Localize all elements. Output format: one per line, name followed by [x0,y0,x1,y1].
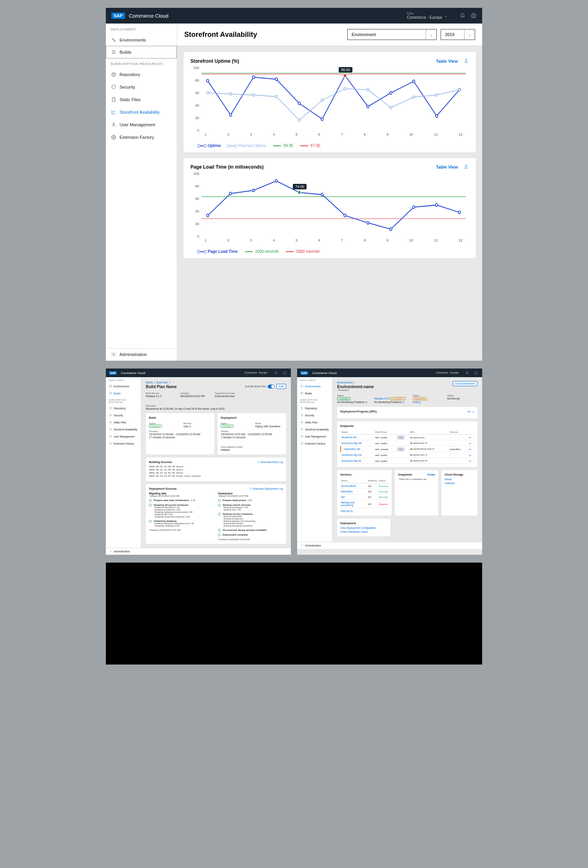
cloud-link[interactable]: Media [445,478,474,481]
svg-point-4 [113,123,115,125]
sidebar-item-storefront-availability[interactable]: Storefront Availability [106,106,177,118]
svg-rect-25 [298,119,300,122]
deploy-link[interactable]: View Deployment Configuration [340,527,387,529]
bell-icon[interactable] [464,370,470,376]
uptime-chart: 100806040200 95.00 123456789101112 [191,66,469,140]
sidebar-item[interactable]: Builds [297,390,332,397]
download-build-log-link[interactable]: ⇩ Download Build Log [257,461,283,464]
deploy-link[interactable]: Clean Distributed Cache [340,530,387,533]
tenant-selector[interactable]: Commerce - Europe [436,371,459,374]
sidebar-item-environments[interactable]: Environments [106,34,177,46]
table-row[interactable]: Storefront http DEset1: publicde.acme.co… [341,452,474,458]
download-icon[interactable] [463,163,469,170]
svg-point-58 [110,551,111,552]
sidebar-item[interactable]: Environments [106,383,141,390]
activate-label: Activate Build Plan [245,385,266,388]
svg-rect-27 [344,87,346,90]
sidebar-item-repository[interactable]: Repository [106,68,177,81]
download-icon[interactable] [463,58,469,64]
svg-point-36 [207,214,209,217]
tenant-chevron-icon[interactable]: ⌄ [445,14,448,18]
sidebar-item[interactable]: Builds [106,390,141,397]
user-icon[interactable] [281,370,288,376]
sidebar-item[interactable]: Security [297,412,332,419]
view-all-link[interactable]: View all (6) [340,510,388,512]
sidebar-item[interactable]: Security [106,412,141,419]
tenant-selector[interactable]: Nike Commerce - Europe [407,12,442,20]
table-row[interactable]: Storefront DEset1: publicSSLde.acme.com … [341,435,474,440]
sidebar-item-static-files[interactable]: Static Files [106,93,177,106]
deployment-links-card: Deployment View Deployment Configuration… [337,519,390,536]
table-row[interactable]: Background processing0/3Stopped [340,500,388,508]
activate-toggle[interactable] [268,385,275,389]
sidebar-item[interactable]: Repository [106,405,141,412]
tenant-selector[interactable]: Commerce - Europe [244,371,267,374]
sidebar-item[interactable]: Static Files [106,419,141,426]
svg-point-16 [367,105,369,108]
sidebar-item[interactable]: Storefront Availability [106,426,141,433]
sidebar-item[interactable]: Repository [297,405,332,412]
chevron-down-icon[interactable]: ⌄ [426,33,436,37]
chart-title: Page Load Time (in miliseconds) [191,164,436,170]
sidebar-item[interactable]: Extension Factory [106,440,141,447]
svg-point-56 [110,436,112,438]
black-footer-bar [106,563,482,665]
svg-rect-24 [276,95,278,98]
sidebar-item-administration[interactable]: Administration [297,542,482,549]
svg-point-57 [110,443,112,445]
sidebar-item-user-management[interactable]: User Management [106,118,177,131]
sidebar-item[interactable]: Extension Factory [297,440,332,447]
shield-icon [111,84,116,90]
svg-rect-23 [252,94,254,96]
svg-point-66 [301,436,303,438]
breadcrumb[interactable]: Builds / Build Plan / [146,381,286,384]
create-snapshot-link[interactable]: Create [427,473,435,476]
table-row[interactable]: ⚠ Backoffice DEset1: privateSSLapi.acme-… [341,446,474,452]
year-select[interactable]: 2019 ⌄ [441,29,475,40]
endpoints-card: Endpoints NameWeb ProxyURLServiceStorefr… [337,421,477,467]
chevron-down-icon[interactable]: ⌄ [465,33,475,37]
user-icon[interactable] [473,370,479,376]
cloud-link[interactable]: Hotfolder [445,482,474,485]
table-view-link[interactable]: Table View [436,59,458,64]
download-deployment-log-link[interactable]: ⇩ Download Deployment Log [249,487,283,490]
table-row[interactable]: Backoffice3/3Running [340,489,388,494]
sidebar-item[interactable]: User Management [106,433,141,440]
main-content: Storefront Availability Environment ⌄ 20… [177,24,482,361]
svg-point-10 [229,114,232,116]
svg-point-18 [412,80,415,83]
svg-point-65 [301,429,303,430]
sidebar-item-extension-factory[interactable]: Extension Factory [106,131,177,143]
thumbnails-row: SAP Commerce Cloud Commerce - Europe DEP… [106,369,482,563]
app-header: SAP Commerce Cloud Nike Commerce - Europ… [106,8,482,24]
table-view-link[interactable]: Table View [436,165,458,169]
user-icon [111,122,116,127]
sidebar-item[interactable]: User Management [297,433,332,440]
more-icon[interactable]: ••• ⌄ [468,410,474,413]
sidebar-item[interactable]: Static Files [297,419,332,426]
svg-point-39 [275,180,278,182]
sidebar-item-administration[interactable]: Administration [106,348,177,361]
svg-point-53 [110,414,112,416]
svg-point-64 [301,421,303,423]
table-row[interactable]: Storefront http dEset1: publicde.acme.co… [341,458,474,464]
sidebar-item-builds[interactable]: Builds [106,46,177,58]
table-row[interactable]: Storefront http DEset1: publicde.acme.co… [341,440,474,446]
sidebar-item-administration[interactable]: Administration [106,548,291,555]
deployment-progress-card: Deployment Progress (45%) ••• ⌄ [337,407,477,418]
svg-rect-31 [436,94,437,96]
environments-icon [111,37,116,43]
bell-icon[interactable] [272,370,279,376]
sidebar-item-security[interactable]: Security [106,81,177,93]
sidebar-item[interactable]: Storefront Availability [297,426,332,433]
table-row[interactable]: Accstorefront2/2Running [340,483,388,489]
edit-environment-button[interactable]: Edit Environment [453,381,478,386]
sidebar-item[interactable]: Environments [297,383,332,390]
svg-point-49 [283,371,286,374]
edit-button[interactable]: Edit [276,384,286,389]
svg-point-47 [458,211,461,214]
table-row[interactable]: Api4/4Running [340,494,388,500]
environment-select[interactable]: Environment ⌄ [347,29,437,40]
bell-icon[interactable] [459,13,466,19]
user-icon[interactable] [470,13,477,19]
